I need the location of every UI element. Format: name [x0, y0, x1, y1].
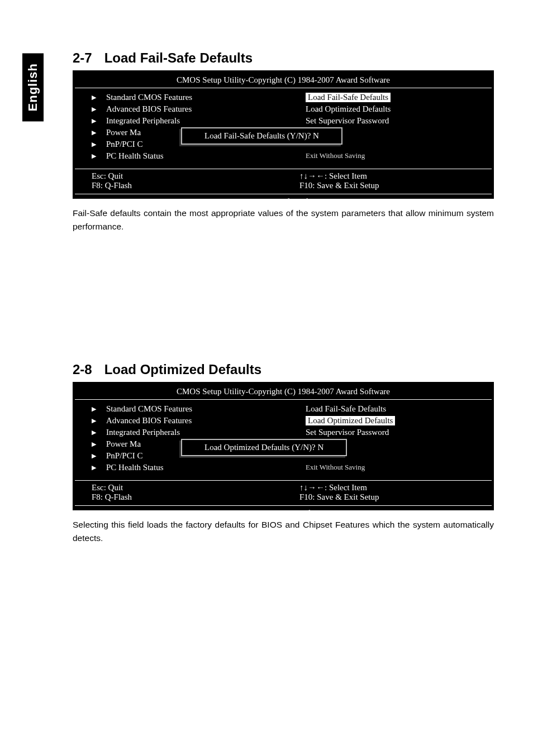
menu-item[interactable]: ▶Standard CMOS Features [92, 403, 271, 415]
pointer-icon: ▶ [92, 452, 96, 460]
menu-item[interactable]: Load Fail-Safe Defaults [306, 92, 485, 103]
pointer-icon: ▶ [92, 117, 96, 125]
section-1-number: 2-7 [73, 50, 92, 65]
bios-screen-2: CMOS Setup Utility-Copyright (C) 1984-20… [73, 382, 494, 510]
bios-title: CMOS Setup Utility-Copyright (C) 1984-20… [75, 384, 492, 400]
menu-item[interactable]: Set Supervisor Password [306, 427, 485, 438]
section-1-heading: 2-7Load Fail-Safe Defaults [73, 50, 494, 66]
pointer-icon: ▶ [92, 152, 96, 160]
bios-screen-1: CMOS Setup Utility-Copyright (C) 1984-20… [73, 70, 494, 199]
bios-footer: Load Optimized Defaults [75, 506, 492, 521]
menu-item[interactable]: ▶Standard CMOS Features [92, 92, 271, 103]
menu-item[interactable]: Load Fail-Safe Defaults [306, 403, 485, 415]
menu-item[interactable]: Load Optimized Defaults [306, 415, 485, 427]
language-tab: English [22, 53, 44, 121]
pointer-icon: ▶ [92, 464, 96, 471]
bios-hints: Esc: QuitF8: Q-Flash ↑↓→←: Select ItemF1… [75, 481, 492, 506]
section-1-desc: Fail-Safe defaults contain the most appr… [73, 207, 494, 233]
menu-item[interactable]: ▶Advanced BIOS Features [92, 103, 271, 115]
confirm-dialog[interactable]: Load Optimized Defaults (Y/N)? N [181, 439, 347, 456]
menu-item[interactable]: ▶PC Health Status [92, 462, 271, 473]
menu-item[interactable]: ▶Advanced BIOS Features [92, 415, 271, 427]
section-2-number: 2-8 [73, 362, 92, 377]
pointer-icon: ▶ [92, 429, 96, 436]
bios-title: CMOS Setup Utility-Copyright (C) 1984-20… [75, 73, 492, 88]
menu-item[interactable]: ▶Integrated Peripherals [92, 115, 271, 127]
pointer-icon: ▶ [92, 405, 96, 413]
pointer-icon: ▶ [92, 141, 96, 148]
menu-item[interactable]: ▶Integrated Peripherals [92, 427, 271, 438]
pointer-icon: ▶ [92, 94, 96, 101]
pointer-icon: ▶ [92, 129, 96, 136]
section-2-desc: Selecting this field loads the factory d… [73, 518, 494, 545]
pointer-icon: ▶ [92, 106, 96, 113]
menu-item[interactable]: Load Optimized Defaults [306, 103, 485, 115]
confirm-dialog[interactable]: Load Fail-Safe Defaults (Y/N)? N [181, 127, 342, 145]
section-2-heading: 2-8Load Optimized Defaults [73, 362, 494, 377]
section-2-title: Load Optimized Defaults [104, 362, 261, 377]
pointer-icon: ▶ [92, 417, 96, 424]
bios-hints: Esc: QuitF8: Q-Flash ↑↓→←: Select ItemF1… [75, 169, 492, 194]
bios-footer: Load Fail-Safe Defaults [75, 194, 492, 209]
menu-item[interactable]: Exit Without Saving [306, 462, 485, 473]
menu-item[interactable]: Set Supervisor Password [306, 115, 485, 127]
menu-item[interactable]: ▶PC Health Status [92, 150, 271, 162]
pointer-icon: ▶ [92, 441, 96, 448]
section-1-title: Load Fail-Safe Defaults [104, 50, 253, 65]
menu-item[interactable]: Exit Without Saving [306, 150, 485, 161]
